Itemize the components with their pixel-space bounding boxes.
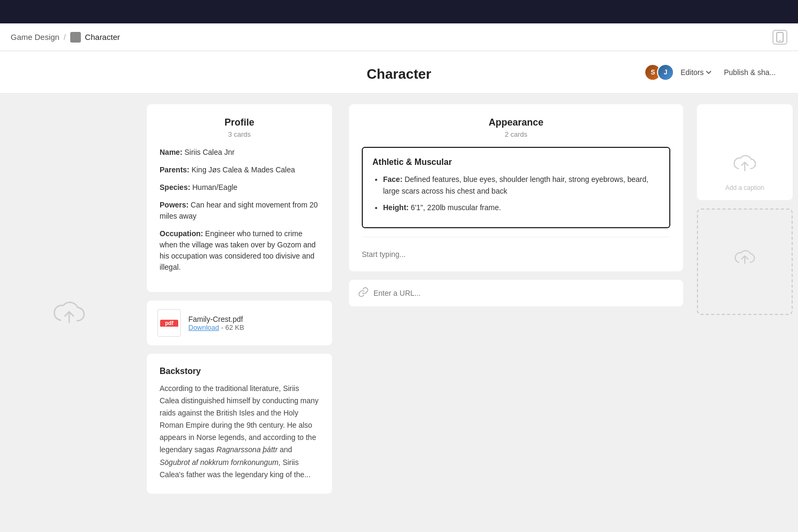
editors-label: Editors: [680, 68, 704, 77]
profile-title: Profile: [160, 117, 319, 128]
appearance-card-title: Athletic & Muscular: [372, 157, 660, 167]
left-column: [0, 94, 138, 532]
face-value: Defined features, blue eyes, shoulder le…: [383, 175, 649, 195]
backstory-title: Backstory: [160, 367, 319, 376]
profile-cards-count: 3 cards: [160, 130, 319, 138]
link-icon: [359, 287, 368, 299]
appearance-section-container: Appearance 2 cards Athletic & Muscular F…: [349, 104, 683, 271]
profile-species-label: Species:: [160, 183, 190, 192]
profile-species-value: Human/Eagle: [192, 183, 237, 192]
profile-name-label: Name:: [160, 148, 182, 156]
upload-card-1[interactable]: Add a caption: [697, 104, 793, 200]
appearance-bullet-height: Height: 6'1", 220lb muscular frame.: [383, 202, 660, 213]
file-meta: Download - 62 KB: [188, 323, 244, 331]
breadcrumb-separator: /: [64, 33, 66, 41]
height-value: 6'1", 220lb muscular frame.: [411, 203, 501, 212]
file-card: pdf Family-Crest.pdf Download - 62 KB: [147, 301, 332, 345]
avatar-2: J: [657, 64, 674, 81]
profile-parents: Parents: King Jøs Calea & Mades Calea: [160, 164, 319, 176]
backstory-text: According to the traditional literature,…: [160, 383, 319, 481]
breadcrumb-bar: Game Design / Character: [0, 23, 798, 51]
profile-occupation: Occupation: Engineer who turned to crime…: [160, 228, 319, 273]
height-label: Height:: [383, 203, 409, 212]
appearance-cards-count: 2 cards: [362, 130, 670, 138]
breadcrumb-page-icon: [70, 32, 81, 43]
avatar-2-inner: J: [658, 65, 673, 80]
upload-icon-1: [731, 152, 759, 180]
profile-parents-label: Parents:: [160, 165, 189, 174]
page-header: Character S J Editors Publish & sha...: [0, 51, 798, 94]
mobile-preview-icon[interactable]: [772, 30, 787, 45]
profile-section: Profile 3 cards Name: Siriis Calea Jnr P…: [147, 104, 332, 292]
appearance-column: Appearance 2 cards Athletic & Muscular F…: [340, 94, 692, 532]
file-download-link[interactable]: Download: [188, 323, 219, 331]
profile-column: Profile 3 cards Name: Siriis Calea Jnr P…: [138, 94, 340, 532]
main-content: Profile 3 cards Name: Siriis Calea Jnr P…: [0, 94, 798, 532]
profile-name-value: Siriis Calea Jnr: [185, 148, 235, 156]
breadcrumb-parent[interactable]: Game Design: [11, 32, 60, 41]
publish-button[interactable]: Publish & sha...: [718, 65, 782, 80]
profile-parents-value: King Jøs Calea & Mades Calea: [192, 165, 295, 174]
upload-card-2[interactable]: [697, 209, 793, 315]
appearance-bullets-list: Face: Defined features, blue eyes, shoul…: [372, 173, 660, 213]
appearance-title: Appearance: [362, 117, 670, 128]
appearance-card: Athletic & Muscular Face: Defined featur…: [362, 147, 670, 228]
upload-caption-1[interactable]: Add a caption: [705, 184, 784, 192]
url-area[interactable]: [349, 280, 683, 306]
file-name: Family-Crest.pdf: [188, 315, 244, 323]
breadcrumb-current: Character: [85, 32, 120, 41]
upload-icon-2: [733, 247, 757, 272]
pdf-label: pdf: [160, 320, 178, 327]
header-right: S J Editors Publish & sha...: [644, 64, 782, 81]
profile-occupation-label: Occupation:: [160, 229, 203, 238]
left-upload-placeholder[interactable]: [50, 297, 88, 329]
backstory-section: Backstory According to the traditional l…: [147, 354, 332, 494]
profile-powers-label: Powers:: [160, 201, 188, 209]
face-label: Face:: [383, 175, 403, 184]
svg-point-1: [779, 40, 780, 41]
profile-name: Name: Siriis Calea Jnr: [160, 147, 319, 158]
start-typing-area[interactable]: [362, 237, 670, 271]
topbar: [0, 0, 798, 23]
appearance-bullet-face: Face: Defined features, blue eyes, shoul…: [383, 173, 660, 197]
start-typing-input[interactable]: [362, 246, 670, 263]
file-size: 62 KB: [225, 323, 244, 331]
profile-powers: Powers: Can hear and sight movement from…: [160, 200, 319, 222]
editors-button[interactable]: Editors: [680, 68, 711, 77]
pdf-icon: pdf: [157, 309, 181, 337]
far-right-column: Add a caption: [692, 94, 798, 532]
breadcrumb: Game Design / Character: [11, 32, 120, 43]
profile-species: Species: Human/Eagle: [160, 182, 319, 193]
file-info: Family-Crest.pdf Download - 62 KB: [188, 315, 244, 331]
avatar-group: S J: [644, 64, 674, 81]
url-input[interactable]: [373, 289, 674, 297]
